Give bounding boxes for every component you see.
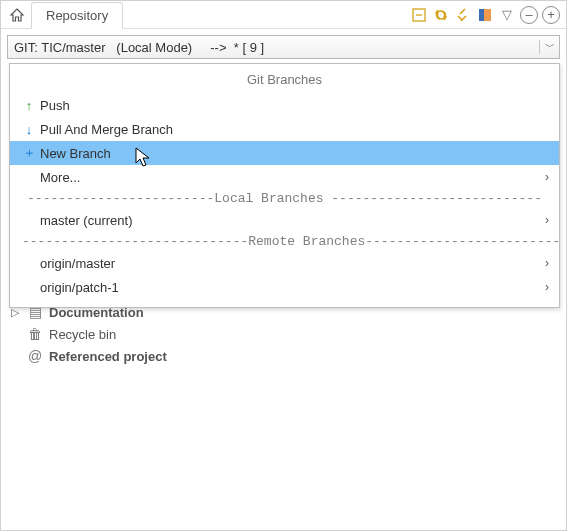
tab-repository[interactable]: Repository <box>31 2 123 29</box>
tree-item-documentation[interactable]: ▷ ▤ Documentation <box>9 301 560 323</box>
svg-rect-3 <box>479 9 484 21</box>
branch-item-origin-patch1[interactable]: origin/patch-1 › <box>10 275 559 299</box>
branch-label: GIT: TIC/master (Local Mode) --> * [ 9 ] <box>8 40 539 55</box>
link-icon[interactable] <box>454 6 472 24</box>
home-icon[interactable] <box>9 7 25 23</box>
refresh-icon[interactable] <box>432 6 450 24</box>
trash-icon: 🗑 <box>27 326 43 342</box>
branch-item-master[interactable]: master (current) › <box>10 208 559 232</box>
at-icon: @ <box>27 348 43 364</box>
divider-local: ------------------------Local Branches -… <box>10 189 559 208</box>
git-branches-popup: Git Branches ↑ Push ↓ Pull And Merge Bra… <box>9 63 560 308</box>
plus-icon: ＋ <box>18 144 40 162</box>
chevron-right-icon: › <box>545 280 549 294</box>
menu-label: Pull And Merge Branch <box>40 122 549 137</box>
tree-item-referenced[interactable]: @ Referenced project <box>9 345 560 367</box>
menu-label: More... <box>40 170 545 185</box>
tree-label: Documentation <box>49 305 144 320</box>
chevron-right-icon: › <box>545 170 549 184</box>
branch-label: origin/patch-1 <box>40 280 545 295</box>
tree-item-recycle[interactable]: 🗑 Recycle bin <box>9 323 560 345</box>
menu-label: Push <box>40 98 549 113</box>
menu-item-push[interactable]: ↑ Push <box>10 93 559 117</box>
toolbar: ▽ – + <box>410 6 562 24</box>
chevron-right-icon: › <box>545 213 549 227</box>
panel-icon[interactable] <box>476 6 494 24</box>
chevron-right-icon: › <box>545 256 549 270</box>
tree-label: Recycle bin <box>49 327 116 342</box>
branch-item-origin-master[interactable]: origin/master › <box>10 251 559 275</box>
menu-label: New Branch <box>40 146 549 161</box>
pull-icon: ↓ <box>18 122 40 137</box>
menu-item-new-branch[interactable]: ＋ New Branch <box>10 141 559 165</box>
tree-label: Referenced project <box>49 349 167 364</box>
book-icon: ▤ <box>27 304 43 320</box>
divider-remote: -----------------------------Remote Bran… <box>10 232 559 251</box>
collapse-icon[interactable] <box>410 6 428 24</box>
branch-label: master (current) <box>40 213 545 228</box>
minimize-button[interactable]: – <box>520 6 538 24</box>
branch-selector[interactable]: GIT: TIC/master (Local Mode) --> * [ 9 ]… <box>7 35 560 59</box>
chevron-down-icon[interactable]: ﹀ <box>539 40 559 54</box>
popup-title: Git Branches <box>10 68 559 93</box>
repository-tree: ▷ ▤ Documentation 🗑 Recycle bin @ Refere… <box>9 301 560 367</box>
menu-dropdown-icon[interactable]: ▽ <box>498 6 516 24</box>
expand-icon[interactable]: ▷ <box>9 306 21 319</box>
branch-label: origin/master <box>40 256 545 271</box>
maximize-button[interactable]: + <box>542 6 560 24</box>
menu-item-more[interactable]: More... › <box>10 165 559 189</box>
push-icon: ↑ <box>18 98 40 113</box>
tab-label: Repository <box>46 8 108 23</box>
menu-item-pull[interactable]: ↓ Pull And Merge Branch <box>10 117 559 141</box>
